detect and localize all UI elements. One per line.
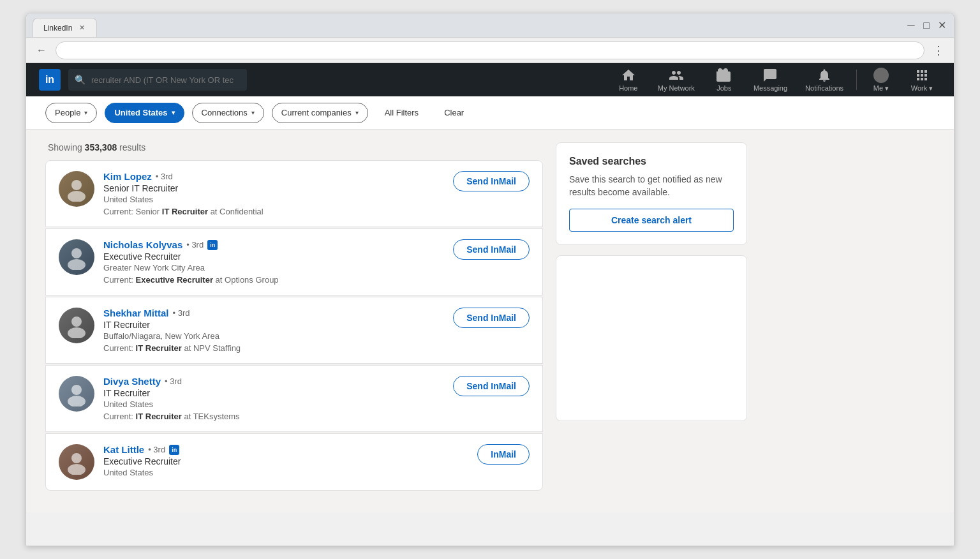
result-actions: Send InMail bbox=[440, 239, 530, 260]
send-inmail-button[interactable]: Send InMail bbox=[453, 171, 530, 191]
connections-filter-button[interactable]: Connections ▾ bbox=[192, 103, 264, 123]
nav-home[interactable]: Home bbox=[609, 64, 648, 96]
table-row: Divya Shetty • 3rd IT Recruiter United S… bbox=[45, 365, 543, 432]
minimize-button[interactable]: ─ bbox=[905, 20, 917, 31]
table-row: Kim Lopez • 3rd Senior IT Recruiter Unit… bbox=[45, 160, 543, 227]
result-name-row: Kat Little • 3rd in bbox=[103, 444, 456, 455]
result-name[interactable]: Kim Lopez bbox=[103, 171, 152, 182]
result-actions: Send InMail bbox=[440, 308, 530, 328]
result-degree: • 3rd bbox=[148, 445, 165, 454]
tab-area: LinkedIn ✕ bbox=[33, 13, 900, 37]
nav-work[interactable]: Work ▾ bbox=[903, 64, 941, 96]
nav-divider bbox=[856, 70, 857, 90]
result-name-row: Nicholas Kolyvas • 3rd in bbox=[103, 239, 431, 250]
result-info: Divya Shetty • 3rd IT Recruiter United S… bbox=[103, 376, 431, 421]
home-icon bbox=[621, 68, 636, 83]
nav-network-label: My Network bbox=[658, 84, 695, 92]
nav-messaging-label: Messaging bbox=[754, 84, 787, 92]
result-info: Kat Little • 3rd in Executive Recruiter … bbox=[103, 444, 456, 480]
current-companies-filter-button[interactable]: Current companies ▾ bbox=[272, 103, 368, 123]
svg-point-3 bbox=[68, 259, 85, 270]
linkedin-nav: Home My Network Jobs Messaging bbox=[609, 64, 941, 96]
svg-point-6 bbox=[71, 385, 82, 395]
result-title: IT Recruiter bbox=[103, 320, 431, 330]
jobs-icon bbox=[716, 68, 732, 83]
tab-label: LinkedIn bbox=[43, 24, 72, 33]
advertisement-placeholder bbox=[556, 255, 747, 421]
linkedin-header: in 🔍 Home My Network Jo bbox=[26, 63, 954, 96]
result-current: Current: Senior IT Recruiter at Confiden… bbox=[103, 207, 431, 216]
results-count-number: 353,308 bbox=[85, 142, 117, 153]
svg-point-9 bbox=[68, 464, 85, 475]
people-filter-button[interactable]: People ▾ bbox=[45, 103, 97, 123]
connections-filter-label: Connections bbox=[202, 108, 248, 117]
linkedin-badge-icon: in bbox=[169, 445, 179, 455]
nav-messaging[interactable]: Messaging bbox=[746, 64, 795, 96]
svg-point-2 bbox=[71, 248, 82, 258]
browser-menu-button[interactable]: ⋮ bbox=[930, 41, 947, 59]
result-actions: Send InMail bbox=[440, 376, 530, 396]
results-count: Showing 353,308 results bbox=[45, 142, 543, 153]
create-search-alert-button[interactable]: Create search alert bbox=[569, 209, 734, 232]
united-states-chevron-icon: ▾ bbox=[172, 109, 175, 116]
result-name[interactable]: Nicholas Kolyvas bbox=[103, 239, 182, 250]
result-location: United States bbox=[103, 399, 431, 409]
result-current: Current: IT Recruiter at TEKsystems bbox=[103, 412, 431, 421]
browser-titlebar: LinkedIn ✕ ─ □ ✕ bbox=[26, 13, 954, 38]
nav-notifications-label: Notifications bbox=[805, 84, 843, 92]
svg-point-8 bbox=[71, 453, 82, 463]
nav-me[interactable]: Me ▾ bbox=[862, 64, 900, 96]
avatar bbox=[59, 239, 94, 275]
result-location: United States bbox=[103, 468, 456, 477]
result-current: Current: Executive Recruiter at Options … bbox=[103, 275, 431, 285]
search-wrapper: 🔍 bbox=[68, 69, 247, 91]
linkedin-search-input[interactable] bbox=[68, 69, 247, 91]
result-degree: • 3rd bbox=[156, 172, 173, 181]
united-states-filter-label: United States bbox=[114, 108, 167, 117]
result-degree: • 3rd bbox=[165, 376, 182, 386]
saved-searches-title: Saved searches bbox=[569, 156, 734, 167]
window-controls: ─ □ ✕ bbox=[905, 20, 947, 31]
nav-home-label: Home bbox=[619, 84, 637, 92]
close-window-button[interactable]: ✕ bbox=[936, 20, 947, 31]
current-companies-chevron-icon: ▾ bbox=[355, 109, 359, 116]
results-panel: Showing 353,308 results Kim Lopez • 3rd … bbox=[45, 142, 543, 500]
nav-notifications[interactable]: Notifications bbox=[798, 64, 851, 96]
maximize-button[interactable]: □ bbox=[921, 20, 932, 31]
send-inmail-button[interactable]: Send InMail bbox=[453, 239, 530, 260]
united-states-filter-button[interactable]: United States ▾ bbox=[105, 103, 184, 123]
result-info: Kim Lopez • 3rd Senior IT Recruiter Unit… bbox=[103, 171, 431, 216]
sidebar-panel: Saved searches Save this search to get n… bbox=[556, 142, 747, 500]
result-name[interactable]: Kat Little bbox=[103, 444, 144, 455]
filter-bar: People ▾ United States ▾ Connections ▾ C… bbox=[26, 96, 954, 130]
people-chevron-icon: ▾ bbox=[84, 109, 87, 116]
svg-point-7 bbox=[68, 396, 85, 406]
result-name-row: Shekhar Mittal • 3rd bbox=[103, 308, 431, 318]
inmail-button[interactable]: InMail bbox=[477, 444, 530, 465]
clear-filters-button[interactable]: Clear bbox=[435, 103, 473, 123]
linkedin-badge-icon: in bbox=[207, 240, 218, 250]
nav-jobs-label: Jobs bbox=[716, 84, 731, 92]
result-name[interactable]: Divya Shetty bbox=[103, 376, 161, 387]
svg-point-1 bbox=[68, 191, 85, 202]
browser-window: LinkedIn ✕ ─ □ ✕ ← ⋮ in 🔍 Home bbox=[26, 13, 954, 546]
result-degree: • 3rd bbox=[186, 240, 204, 250]
back-button[interactable]: ← bbox=[33, 41, 50, 59]
linkedin-logo[interactable]: in bbox=[39, 69, 61, 91]
result-title: Senior IT Recruiter bbox=[103, 183, 431, 193]
nav-my-network[interactable]: My Network bbox=[650, 64, 702, 96]
all-filters-button[interactable]: All Filters bbox=[376, 103, 427, 123]
result-title: Executive Recruiter bbox=[103, 456, 456, 466]
browser-tab[interactable]: LinkedIn ✕ bbox=[33, 18, 97, 37]
result-info: Shekhar Mittal • 3rd IT Recruiter Buffal… bbox=[103, 308, 431, 353]
nav-jobs[interactable]: Jobs bbox=[705, 64, 743, 96]
result-degree: • 3rd bbox=[173, 308, 190, 318]
result-name[interactable]: Shekhar Mittal bbox=[103, 308, 169, 318]
close-tab-button[interactable]: ✕ bbox=[77, 24, 86, 33]
send-inmail-button[interactable]: Send InMail bbox=[453, 376, 530, 396]
address-bar-input[interactable] bbox=[56, 41, 924, 59]
send-inmail-button[interactable]: Send InMail bbox=[453, 308, 530, 328]
nav-me-label: Me ▾ bbox=[873, 84, 889, 93]
result-name-row: Divya Shetty • 3rd bbox=[103, 376, 431, 387]
messaging-icon bbox=[762, 68, 778, 83]
